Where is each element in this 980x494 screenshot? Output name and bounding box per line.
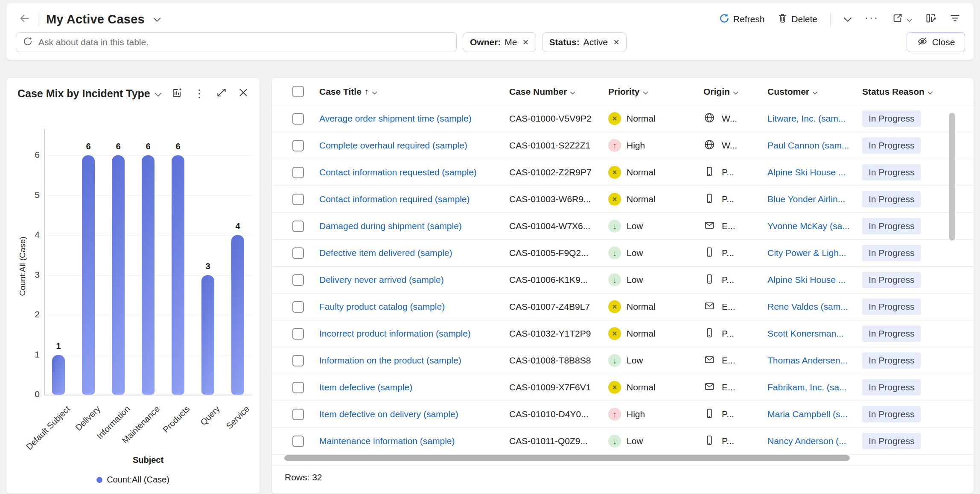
status-badge: In Progress (862, 299, 921, 315)
share-button[interactable] (892, 12, 912, 26)
refresh-button[interactable]: Refresh (719, 13, 765, 26)
bar-value-label: 6 (76, 142, 101, 151)
row-checkbox[interactable] (292, 301, 304, 313)
column-header-priority[interactable]: Priority (608, 87, 703, 97)
more-commands-button[interactable]: ··· (865, 12, 879, 26)
remove-filter-icon[interactable]: × (613, 37, 619, 47)
search-row: Ask about data in this table. Owner: Me … (6, 32, 974, 52)
priority-label: Normal (627, 302, 656, 312)
case-title-link[interactable]: Maintenance information (sample) (319, 436, 509, 446)
column-header-origin[interactable]: Origin (703, 87, 767, 97)
case-title-link[interactable]: Faulty product catalog (sample) (319, 302, 509, 312)
status-badge: In Progress (862, 191, 921, 207)
row-checkbox[interactable] (292, 140, 304, 151)
customer-link[interactable]: Litware, Inc. (sam... (767, 113, 862, 124)
case-title-link[interactable]: Defective item delivered (sample) (319, 248, 509, 258)
vertical-scrollbar[interactable] (949, 113, 955, 241)
case-title-link[interactable]: Item defective on delivery (sample) (319, 409, 509, 419)
y-tick-label: 5 (18, 190, 40, 200)
case-title-link[interactable]: Contact information requested (sample) (319, 167, 509, 177)
filter-chip-owner[interactable]: Owner: Me × (463, 32, 536, 52)
case-title-link[interactable]: Delivery never arrived (sample) (319, 275, 509, 285)
case-title-link[interactable]: Contact information required (sample) (319, 194, 509, 204)
bar-default-subject[interactable] (52, 355, 65, 395)
horizontal-scrollbar[interactable] (284, 455, 850, 461)
bar-delivery[interactable] (82, 155, 95, 395)
view-selector-button[interactable] (153, 14, 161, 24)
case-number: CAS-01011-Q0Z9... (509, 436, 608, 446)
bar-value-label: 6 (105, 142, 131, 151)
priority-label: Low (627, 436, 643, 446)
delete-button[interactable]: Delete (777, 13, 817, 26)
row-checkbox[interactable] (292, 221, 304, 232)
expand-chart-button[interactable] (216, 87, 227, 100)
commands-chevron-button[interactable] (843, 14, 852, 24)
row-checkbox[interactable] (292, 274, 304, 286)
customer-link[interactable]: Fabrikam, Inc. (sa... (767, 382, 862, 392)
row-checkbox[interactable] (292, 167, 304, 178)
column-label: Case Title (319, 87, 362, 97)
customer-link[interactable]: Rene Valdes (sam... (767, 302, 862, 312)
customer-link[interactable]: Thomas Andersen... (767, 355, 862, 366)
case-number: CAS-01003-W6R9... (509, 194, 608, 204)
close-chart-button[interactable] (238, 87, 248, 100)
visualize-data-button[interactable] (171, 87, 183, 101)
bar-products[interactable] (172, 155, 184, 395)
column-header-title[interactable]: Case Title↑ (319, 87, 509, 97)
close-ask-bar-button[interactable]: Close (907, 32, 965, 52)
chart-more-options-button[interactable]: ⋮ (194, 90, 205, 97)
chart-header: Case Mix by Incident Type ⋮ (6, 78, 260, 101)
row-checkbox[interactable] (292, 328, 304, 340)
customer-link[interactable]: Yvonne McKay (sa... (767, 221, 862, 231)
case-title-link[interactable]: Complete overhaul required (sample) (319, 140, 509, 151)
row-checkbox[interactable] (292, 355, 304, 366)
origin-label: W... (722, 113, 737, 124)
status-badge: In Progress (862, 433, 921, 449)
row-checkbox[interactable] (292, 113, 304, 125)
case-title-link[interactable]: Item defective (sample) (319, 382, 509, 392)
row-checkbox[interactable] (292, 409, 304, 420)
bar-information[interactable] (112, 155, 125, 395)
customer-link[interactable]: City Power & Ligh... (767, 248, 862, 258)
case-title-link[interactable]: Average order shipment time (sample) (319, 113, 509, 124)
copilot-ask-input[interactable]: Ask about data in this table. (16, 32, 457, 52)
customer-link[interactable]: Maria Campbell (s... (767, 409, 862, 419)
row-checkbox[interactable] (292, 436, 304, 447)
case-title-link[interactable]: Damaged during shipment (sample) (319, 221, 509, 231)
row-checkbox[interactable] (292, 194, 304, 205)
table-row: Item defective (sample)CAS-01009-X7F6V1×… (272, 374, 974, 401)
customer-link[interactable]: Blue Yonder Airlin... (767, 194, 862, 204)
origin-cell: E... (703, 300, 767, 314)
customer-link[interactable]: Nancy Anderson (... (767, 436, 862, 446)
column-header-status[interactable]: Status Reason (862, 87, 974, 97)
customer-link[interactable]: Alpine Ski House ... (767, 275, 862, 285)
priority-cell: ↓Low (608, 273, 703, 286)
bar-query[interactable] (201, 275, 214, 395)
select-all-checkbox[interactable] (292, 86, 304, 97)
column-label: Case Number (509, 87, 567, 97)
filter-button[interactable] (949, 12, 961, 26)
case-title-link[interactable]: Incorrect product information (sample) (319, 328, 509, 339)
customer-link[interactable]: Alpine Ski House ... (767, 167, 862, 177)
bar-service[interactable] (231, 235, 244, 395)
customer-link[interactable]: Scott Konersman... (767, 328, 862, 339)
chevron-down-icon (812, 87, 818, 97)
row-checkbox[interactable] (292, 382, 304, 393)
origin-cell: W... (703, 139, 767, 153)
x-tick-label: Delivery (73, 404, 102, 433)
ellipsis-icon: ··· (865, 12, 879, 26)
filter-chip-status[interactable]: Status: Active × (542, 32, 627, 52)
customer-link[interactable]: Paul Cannon (sam... (767, 140, 862, 151)
case-number: CAS-01005-F9Q2... (509, 248, 608, 258)
chevron-down-icon (153, 14, 161, 24)
case-title-link[interactable]: Information on the product (sample) (319, 355, 509, 366)
remove-filter-icon[interactable]: × (523, 37, 529, 47)
back-button[interactable] (18, 12, 30, 26)
column-header-number[interactable]: Case Number (509, 87, 608, 97)
row-checkbox[interactable] (292, 247, 304, 259)
edit-columns-button[interactable] (925, 12, 936, 26)
bar-maintenance[interactable] (142, 155, 155, 395)
column-header-customer[interactable]: Customer (767, 87, 862, 97)
priority-normal-icon: × (608, 193, 621, 206)
chart-selector-button[interactable] (155, 89, 162, 99)
